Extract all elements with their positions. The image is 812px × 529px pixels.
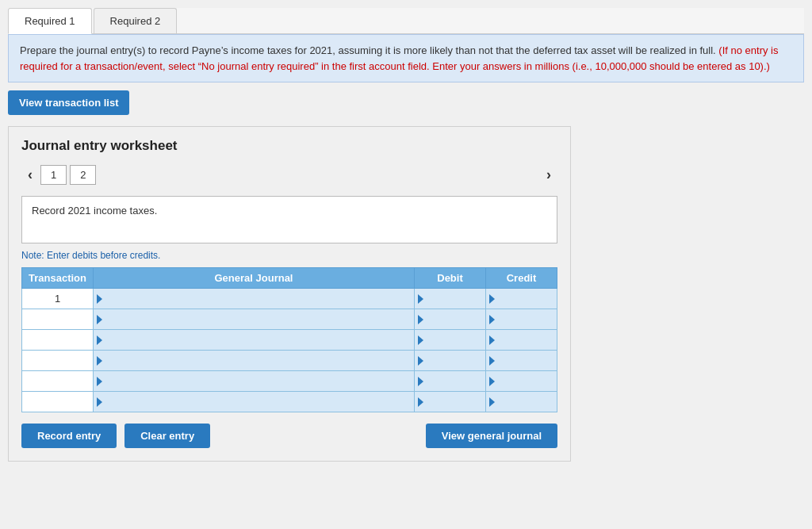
table-row bbox=[22, 309, 557, 330]
tabs-container: Required 1 Required 2 bbox=[8, 8, 804, 34]
tab-required1[interactable]: Required 1 bbox=[8, 8, 92, 34]
cell-indicator-icon bbox=[97, 397, 102, 407]
nav-row: ‹ 1 2 › bbox=[21, 163, 557, 186]
transaction-number-6 bbox=[22, 392, 94, 412]
nav-next-arrow[interactable]: › bbox=[540, 163, 557, 186]
credit-cell-1[interactable] bbox=[486, 289, 557, 309]
transaction-number-1: 1 bbox=[22, 289, 94, 309]
table-row bbox=[22, 330, 557, 351]
note-text: Note: Enter debits before credits. bbox=[21, 250, 557, 261]
journal-input-6[interactable] bbox=[102, 392, 414, 412]
cell-indicator-icon bbox=[97, 377, 102, 386]
debit-input-6[interactable] bbox=[423, 392, 485, 412]
cell-indicator-icon bbox=[418, 315, 423, 324]
credit-input-6[interactable] bbox=[495, 392, 557, 412]
cell-indicator-icon bbox=[489, 294, 495, 304]
credit-cell-5[interactable] bbox=[486, 371, 557, 392]
debit-cell-6[interactable] bbox=[415, 392, 486, 412]
journal-cell-4[interactable] bbox=[94, 351, 415, 371]
journal-cell-2[interactable] bbox=[94, 309, 415, 330]
col-header-transaction: Transaction bbox=[22, 268, 94, 289]
cell-indicator-icon bbox=[97, 356, 102, 366]
debit-input-1[interactable] bbox=[423, 289, 485, 309]
credit-input-2[interactable] bbox=[495, 309, 557, 329]
clear-entry-button[interactable]: Clear entry bbox=[124, 424, 210, 448]
tab-required2[interactable]: Required 2 bbox=[94, 8, 178, 33]
cell-indicator-icon bbox=[489, 377, 495, 386]
credit-cell-6[interactable] bbox=[486, 392, 557, 412]
cell-indicator-icon bbox=[418, 397, 423, 407]
debit-cell-5[interactable] bbox=[415, 371, 486, 392]
journal-input-2[interactable] bbox=[102, 309, 414, 329]
cell-indicator-icon bbox=[97, 294, 102, 304]
nav-page-2[interactable]: 2 bbox=[70, 165, 96, 185]
journal-cell-5[interactable] bbox=[94, 371, 415, 392]
worksheet-title: Journal entry worksheet bbox=[21, 138, 557, 154]
debit-cell-2[interactable] bbox=[415, 309, 486, 330]
cell-indicator-icon bbox=[418, 294, 423, 304]
journal-cell-6[interactable] bbox=[94, 392, 415, 412]
nav-prev-arrow[interactable]: ‹ bbox=[21, 163, 39, 186]
cell-indicator-icon bbox=[489, 315, 495, 324]
cell-indicator-icon bbox=[418, 377, 423, 386]
debit-cell-1[interactable] bbox=[415, 289, 486, 309]
transaction-number-2 bbox=[22, 309, 94, 330]
journal-input-4[interactable] bbox=[102, 351, 414, 370]
debit-input-3[interactable] bbox=[423, 330, 485, 350]
credit-input-4[interactable] bbox=[495, 351, 557, 370]
cell-indicator-icon bbox=[489, 397, 495, 407]
journal-entry-worksheet: Journal entry worksheet ‹ 1 2 › Record 2… bbox=[8, 126, 571, 462]
view-general-journal-button[interactable]: View general journal bbox=[426, 424, 557, 448]
cell-indicator-icon bbox=[97, 315, 102, 324]
credit-cell-4[interactable] bbox=[486, 351, 557, 371]
credit-input-3[interactable] bbox=[495, 330, 557, 350]
transaction-number-3 bbox=[22, 330, 94, 351]
record-entry-button[interactable]: Record entry bbox=[21, 424, 117, 448]
table-row bbox=[22, 392, 557, 412]
debit-cell-3[interactable] bbox=[415, 330, 486, 351]
cell-indicator-icon bbox=[489, 335, 495, 345]
cell-indicator-icon bbox=[489, 356, 495, 366]
credit-cell-3[interactable] bbox=[486, 330, 557, 351]
description-text: Record 2021 income taxes. bbox=[32, 205, 157, 217]
instruction-black-text: Prepare the journal entry(s) to record P… bbox=[20, 44, 716, 56]
transaction-number-5 bbox=[22, 371, 94, 392]
debit-input-4[interactable] bbox=[423, 351, 485, 370]
credit-input-1[interactable] bbox=[495, 289, 557, 309]
journal-cell-1[interactable] bbox=[94, 289, 415, 309]
journal-input-3[interactable] bbox=[102, 330, 414, 350]
instruction-box: Prepare the journal entry(s) to record P… bbox=[8, 34, 804, 82]
journal-input-1[interactable] bbox=[102, 289, 414, 309]
col-header-debit: Debit bbox=[415, 268, 486, 289]
col-header-journal: General Journal bbox=[94, 268, 415, 289]
debit-input-2[interactable] bbox=[423, 309, 485, 329]
nav-page-1[interactable]: 1 bbox=[40, 165, 67, 185]
cell-indicator-icon bbox=[418, 356, 423, 366]
debit-input-5[interactable] bbox=[423, 371, 485, 391]
col-header-credit: Credit bbox=[486, 268, 557, 289]
transaction-number-4 bbox=[22, 351, 94, 371]
description-box: Record 2021 income taxes. bbox=[21, 196, 557, 243]
bottom-buttons: Record entry Clear entry View general jo… bbox=[21, 424, 557, 448]
cell-indicator-icon bbox=[97, 335, 102, 345]
credit-input-5[interactable] bbox=[495, 371, 557, 391]
table-row bbox=[22, 371, 557, 392]
view-transaction-button[interactable]: View transaction list bbox=[8, 90, 129, 115]
table-row bbox=[22, 351, 557, 371]
credit-cell-2[interactable] bbox=[486, 309, 557, 330]
journal-cell-3[interactable] bbox=[94, 330, 415, 351]
table-row: 1 bbox=[22, 289, 557, 309]
journal-input-5[interactable] bbox=[102, 371, 414, 391]
journal-table: Transaction General Journal Debit Credit… bbox=[21, 267, 557, 412]
cell-indicator-icon bbox=[418, 335, 423, 345]
debit-cell-4[interactable] bbox=[415, 351, 486, 371]
